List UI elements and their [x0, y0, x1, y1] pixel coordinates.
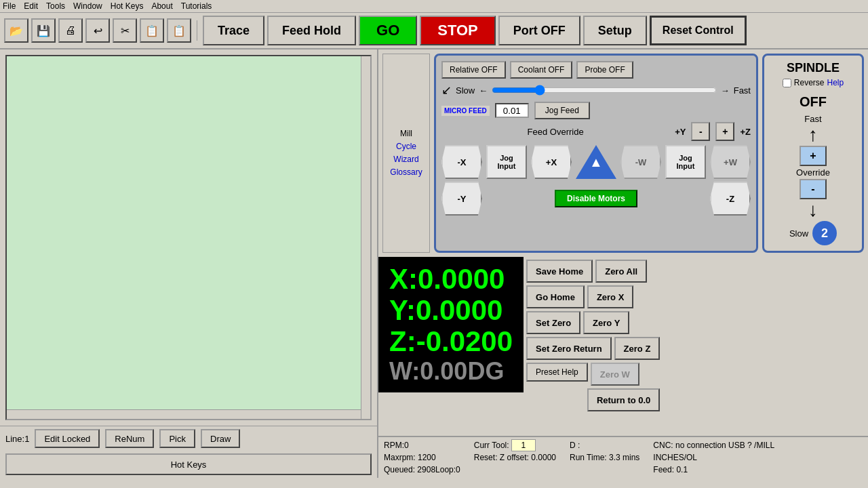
zero-y-button[interactable]: Zero Y — [583, 311, 629, 334]
slow-label: Slow — [456, 85, 475, 96]
plus-y-label: +Y — [675, 127, 686, 137]
wizard-label[interactable]: Wizard — [393, 153, 418, 166]
edit-locked-button[interactable]: Edit Locked — [35, 429, 100, 448]
spindle-minus-button[interactable]: - — [800, 179, 827, 199]
up-arrow-button[interactable]: ▲ — [576, 145, 616, 179]
toolbar: 📂 💾 🖨 ↩ ✂ 📋 📋 Trace Feed Hold GO STOP Po… — [0, 13, 868, 49]
preset-help-button[interactable]: Preset Help — [526, 363, 588, 382]
micro-feed-label: MICRO FEED — [441, 106, 490, 116]
spindle-help-label[interactable]: Help — [827, 78, 844, 87]
setup-button[interactable]: Setup — [583, 16, 647, 45]
dro-z: Z:-0.0200 — [389, 326, 513, 357]
feedhold-button[interactable]: Feed Hold — [267, 16, 356, 45]
curr-tool-input[interactable] — [511, 439, 536, 451]
minus-x-button[interactable]: -X — [441, 145, 482, 179]
down-arrow-icon: ↙ — [441, 83, 452, 98]
feed-override-row: Feed Override +Y - + +Z — [441, 122, 751, 141]
pick-button[interactable]: Pick — [159, 429, 195, 448]
spindle-slow-label: Slow — [789, 228, 808, 239]
feed-override-label: Feed Override — [441, 127, 669, 137]
jog-bottom-row: -Y Disable Motors -Z — [441, 182, 751, 216]
plus-x-button[interactable]: +X — [531, 145, 572, 179]
jog-middle-row: -X JogInput +X ▲ -W JogInput +W — [441, 145, 751, 179]
maxrpm-label: Maxrpm: 1200 — [384, 451, 460, 464]
reset-button[interactable]: Reset Control — [650, 16, 747, 45]
print-button[interactable]: 🖨 — [58, 18, 83, 43]
fast-label: Fast — [734, 85, 751, 96]
spindle-reverse-checkbox[interactable] — [783, 79, 791, 87]
menu-about[interactable]: About — [151, 1, 172, 11]
feed-override-minus-button[interactable]: - — [691, 122, 710, 141]
dro-x: X:0.0000 — [389, 264, 513, 295]
status-bar: RPM:0 Maxrpm: 1200 Queued: 2908Loop:0 Cu… — [378, 436, 868, 478]
speed-row: ↙ Slow ← → Fast — [441, 83, 751, 98]
renum-button[interactable]: ReNum — [105, 429, 154, 448]
menu-file[interactable]: File — [3, 1, 16, 11]
spindle-down-arrow-icon: ↓ — [808, 201, 818, 220]
horizontal-scrollbar[interactable] — [7, 409, 361, 419]
zero-all-button[interactable]: Zero All — [595, 260, 647, 283]
canvas-area[interactable] — [5, 55, 372, 420]
undo-button[interactable]: ↩ — [85, 18, 110, 43]
dro-values: X:0.0000 Y:0.0000 Z:-0.0200 W:0.00DG — [389, 264, 513, 384]
feed-override-plus-button[interactable]: + — [715, 122, 734, 141]
menu-hotkeys[interactable]: Hot Keys — [111, 1, 144, 11]
menu-edit[interactable]: Edit — [24, 1, 38, 11]
paste-button[interactable]: 📋 — [167, 18, 191, 43]
spindle-title: SPINDLE — [787, 61, 840, 75]
menu-window[interactable]: Window — [73, 1, 102, 11]
dro-section: X:0.0000 Y:0.0000 Z:-0.0200 W:0.00DG Sav… — [378, 257, 868, 436]
micro-feed-row: MICRO FEED Jog Feed — [441, 102, 751, 119]
trace-button[interactable]: Trace — [203, 16, 264, 45]
menu-tutorials[interactable]: Tutorials — [181, 1, 212, 11]
cut-button[interactable]: ✂ — [113, 18, 137, 43]
vertical-scrollbar[interactable] — [361, 56, 370, 419]
spindle-fast-label: Fast — [804, 114, 821, 124]
zero-z-button[interactable]: Zero Z — [614, 337, 660, 360]
menu-tools[interactable]: Tools — [46, 1, 65, 11]
hot-keys-button[interactable]: Hot Keys — [5, 453, 372, 475]
disable-motors-button[interactable]: Disable Motors — [555, 190, 637, 207]
save-home-button[interactable]: Save Home — [526, 260, 593, 283]
spindle-up-arrow-icon: ↑ — [808, 125, 818, 144]
dro-row-3: Set Zero Zero Y — [526, 311, 660, 334]
spindle-reverse-label: Reverse — [794, 78, 825, 87]
rpm-label: RPM:0 — [384, 439, 460, 451]
portoff-button[interactable]: Port OFF — [498, 16, 580, 45]
d-label: D : — [570, 439, 639, 451]
set-zero-return-button[interactable]: Set Zero Return — [526, 337, 612, 360]
go-home-button[interactable]: Go Home — [526, 285, 585, 308]
zero-x-button[interactable]: Zero X — [587, 285, 633, 308]
spindle-override-label: Override — [796, 167, 830, 178]
spindle-plus-button[interactable]: + — [800, 146, 827, 166]
jog-input-right-button[interactable]: JogInput — [665, 145, 706, 179]
plus-w-button[interactable]: +W — [710, 145, 751, 179]
probe-off-button[interactable]: Probe OFF — [576, 61, 633, 79]
draw-button[interactable]: Draw — [201, 429, 240, 448]
jog-input-left-button[interactable]: JogInput — [486, 145, 527, 179]
save-button[interactable]: 💾 — [31, 18, 56, 43]
minus-z-button[interactable]: -Z — [710, 182, 751, 216]
relative-off-button[interactable]: Relative OFF — [441, 61, 506, 79]
dro-row-1: Save Home Zero All — [526, 260, 660, 283]
cycle-label[interactable]: Cycle — [396, 140, 416, 153]
dro-row-2: Go Home Zero X — [526, 285, 660, 308]
jog-area: Mill Cycle Wizard Glossary Relative OFF … — [378, 49, 868, 257]
glossary-label[interactable]: Glossary — [390, 166, 422, 179]
minus-w-button[interactable]: -W — [620, 145, 661, 179]
go-button[interactable]: GO — [359, 16, 417, 45]
speed-slider[interactable] — [492, 85, 717, 96]
set-zero-button[interactable]: Set Zero — [526, 311, 580, 334]
left-panel: Line:1 Edit Locked ReNum Pick Draw Hot K… — [0, 49, 378, 478]
mill-label: Mill — [400, 127, 412, 140]
coolant-off-button[interactable]: Coolant OFF — [510, 61, 573, 79]
mill-panel: Mill Cycle Wizard Glossary — [382, 54, 430, 253]
jog-feed-button[interactable]: Jog Feed — [534, 102, 590, 119]
micro-feed-input[interactable] — [495, 103, 529, 118]
copy-button[interactable]: 📋 — [140, 18, 164, 43]
stop-button[interactable]: STOP — [420, 16, 496, 45]
minus-y-button[interactable]: -Y — [441, 182, 482, 216]
open-button[interactable]: 📂 — [4, 18, 28, 43]
return-to-0-button[interactable]: Return to 0.0 — [587, 388, 660, 411]
right-arrow-icon: → — [721, 85, 730, 96]
